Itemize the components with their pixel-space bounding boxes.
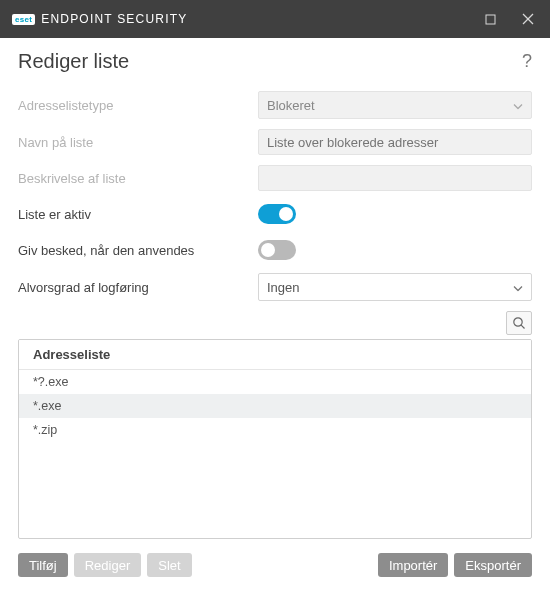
- svg-rect-0: [486, 15, 495, 24]
- maximize-button[interactable]: [476, 5, 504, 33]
- severity-select[interactable]: Ingen: [258, 273, 532, 301]
- page-title: Rediger liste: [18, 50, 129, 73]
- brand-text: ENDPOINT SECURITY: [41, 12, 187, 26]
- desc-label: Beskrivelse af liste: [18, 171, 258, 186]
- table-row[interactable]: *.exe: [19, 394, 531, 418]
- search-button[interactable]: [506, 311, 532, 335]
- help-button[interactable]: ?: [522, 51, 532, 72]
- type-select[interactable]: Blokeret: [258, 91, 532, 119]
- active-label: Liste er aktiv: [18, 207, 258, 222]
- severity-label: Alvorsgrad af logføring: [18, 280, 258, 295]
- name-label: Navn på liste: [18, 135, 258, 150]
- chevron-down-icon: [513, 98, 523, 113]
- toggle-knob: [279, 207, 293, 221]
- close-button[interactable]: [514, 5, 542, 33]
- table-header[interactable]: Adresseliste: [19, 340, 531, 370]
- window-controls: [476, 5, 542, 33]
- table-row[interactable]: *.zip: [19, 418, 531, 442]
- edit-button[interactable]: Rediger: [74, 553, 142, 577]
- notify-label: Giv besked, når den anvendes: [18, 243, 258, 258]
- delete-button[interactable]: Slet: [147, 553, 191, 577]
- chevron-down-icon: [513, 280, 523, 295]
- square-icon: [485, 14, 496, 25]
- svg-line-4: [521, 325, 524, 328]
- search-icon: [512, 316, 526, 330]
- active-toggle[interactable]: [258, 204, 296, 224]
- titlebar: eset ENDPOINT SECURITY: [0, 0, 550, 38]
- close-icon: [522, 13, 534, 25]
- brand: eset ENDPOINT SECURITY: [12, 12, 187, 26]
- table-row[interactable]: *?.exe: [19, 370, 531, 394]
- type-label: Adresselistetype: [18, 98, 258, 113]
- address-table: Adresseliste *?.exe*.exe*.zip: [18, 339, 532, 539]
- import-button[interactable]: Importér: [378, 553, 448, 577]
- severity-value: Ingen: [267, 280, 300, 295]
- name-field[interactable]: [258, 129, 532, 155]
- svg-point-3: [514, 318, 522, 326]
- desc-field[interactable]: [258, 165, 532, 191]
- toggle-knob: [261, 243, 275, 257]
- add-button[interactable]: Tilføj: [18, 553, 68, 577]
- brand-logo: eset: [12, 14, 35, 25]
- type-value: Blokeret: [267, 98, 315, 113]
- notify-toggle[interactable]: [258, 240, 296, 260]
- export-button[interactable]: Eksportér: [454, 553, 532, 577]
